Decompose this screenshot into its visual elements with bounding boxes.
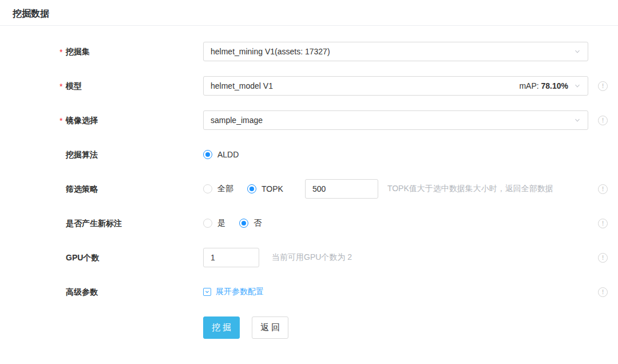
radio-aldd-label: ALDD — [217, 150, 239, 159]
strategy-label: 筛选策略 — [0, 179, 203, 199]
page-header: 挖掘数据 — [0, 0, 618, 26]
form-row-gpu: GPU个数 当前可用GPU个数为 2 ! — [0, 248, 618, 267]
radio-unchecked-icon — [203, 219, 212, 228]
map-value: 78.10% — [541, 81, 568, 90]
down-square-icon — [203, 288, 211, 296]
algorithm-label: 挖掘算法 — [0, 145, 203, 164]
form-row-strategy: 筛选策略 全部 TOPK TOPK值大于选中数据集大小时，返回全部数据 ! — [0, 179, 618, 199]
form-row-algorithm: 挖掘算法 ALDD — [0, 145, 618, 164]
new-annotation-control: 是 否 — [203, 218, 588, 228]
dataset-select[interactable]: helmet_mining V1(assets: 17327) — [203, 42, 588, 61]
radio-no-label: 否 — [253, 218, 262, 228]
image-select-value: sample_image — [211, 116, 574, 125]
info-icon[interactable]: ! — [598, 287, 608, 297]
image-label-text: 镜像选择 — [66, 116, 98, 125]
model-select[interactable]: helmet_model V1 mAP: 78.10% — [203, 76, 588, 96]
page-title: 挖掘数据 — [13, 8, 618, 20]
form-row-image: * 镜像选择 sample_image ! — [0, 110, 618, 130]
radio-checked-icon — [239, 219, 248, 228]
radio-topk[interactable]: TOPK — [247, 184, 283, 193]
dataset-control: helmet_mining V1(assets: 17327) — [203, 42, 588, 61]
algorithm-label-text: 挖掘算法 — [66, 150, 98, 159]
mine-button[interactable]: 挖 掘 — [203, 316, 240, 339]
required-asterisk: * — [60, 111, 62, 130]
strategy-label-text: 筛选策略 — [66, 184, 98, 193]
radio-checked-icon — [203, 150, 212, 159]
required-asterisk: * — [60, 42, 62, 62]
radio-yes[interactable]: 是 — [203, 218, 225, 228]
chevron-down-icon — [574, 117, 581, 124]
image-select[interactable]: sample_image — [203, 110, 588, 130]
info-icon[interactable]: ! — [598, 219, 608, 228]
dataset-select-value: helmet_mining V1(assets: 17327) — [211, 47, 574, 56]
radio-no[interactable]: 否 — [239, 218, 262, 228]
radio-unchecked-icon — [203, 184, 212, 193]
back-button[interactable]: 返 回 — [252, 316, 288, 339]
info-icon[interactable]: ! — [598, 116, 608, 125]
radio-all[interactable]: 全部 — [203, 184, 233, 194]
info-icon[interactable]: ! — [598, 81, 608, 91]
advanced-label: 高级参数 — [0, 282, 203, 302]
form-actions: 挖 掘 返 回 — [203, 316, 618, 339]
radio-yes-label: 是 — [217, 218, 225, 228]
dataset-label: * 挖掘集 — [0, 42, 203, 61]
chevron-down-icon — [574, 82, 581, 89]
model-control: helmet_model V1 mAP: 78.10% — [203, 76, 588, 96]
topk-hint: TOPK值大于选中数据集大小时，返回全部数据 — [387, 184, 553, 194]
radio-checked-icon — [247, 184, 256, 193]
model-map-info: mAP: 78.10% — [519, 81, 568, 90]
mine-data-form: * 挖掘集 helmet_mining V1(assets: 17327) * … — [0, 26, 618, 339]
expand-params-link-text: 展开参数配置 — [216, 287, 264, 297]
radio-topk-label: TOPK — [262, 184, 283, 193]
advanced-label-text: 高级参数 — [66, 287, 98, 296]
radio-aldd[interactable]: ALDD — [203, 150, 239, 159]
form-row-dataset: * 挖掘集 helmet_mining V1(assets: 17327) — [0, 42, 618, 61]
dataset-label-text: 挖掘集 — [66, 47, 90, 56]
model-label-text: 模型 — [66, 81, 82, 90]
gpu-label: GPU个数 — [0, 248, 203, 267]
model-label: * 模型 — [0, 76, 203, 96]
info-icon[interactable]: ! — [598, 253, 608, 263]
form-row-advanced: 高级参数 展开参数配置 ! — [0, 282, 618, 302]
info-icon[interactable]: ! — [598, 184, 608, 194]
gpu-hint: 当前可用GPU个数为 2 — [272, 252, 352, 263]
gpu-label-text: GPU个数 — [66, 253, 99, 262]
mine-data-page: 挖掘数据 * 挖掘集 helmet_mining V1(assets: 1732… — [0, 0, 618, 339]
image-control: sample_image — [203, 110, 588, 130]
chevron-down-icon — [574, 48, 581, 55]
strategy-control: 全部 TOPK TOPK值大于选中数据集大小时，返回全部数据 — [203, 179, 588, 199]
form-row-model: * 模型 helmet_model V1 mAP: 78.10% ! — [0, 76, 618, 96]
algorithm-control: ALDD — [203, 150, 588, 159]
map-label: mAP: — [519, 81, 538, 90]
new-annotation-label: 是否产生新标注 — [0, 213, 203, 233]
model-select-value: helmet_model V1 — [211, 81, 519, 90]
gpu-count-input[interactable] — [203, 248, 259, 267]
expand-params-link[interactable]: 展开参数配置 — [203, 287, 264, 297]
radio-all-label: 全部 — [217, 184, 233, 194]
image-label: * 镜像选择 — [0, 110, 203, 130]
required-asterisk: * — [60, 77, 62, 96]
gpu-control: 当前可用GPU个数为 2 — [203, 248, 588, 267]
advanced-control: 展开参数配置 — [203, 287, 588, 297]
new-annotation-label-text: 是否产生新标注 — [66, 219, 122, 228]
topk-input[interactable] — [305, 179, 378, 199]
form-row-new-annotation: 是否产生新标注 是 否 ! — [0, 213, 618, 233]
